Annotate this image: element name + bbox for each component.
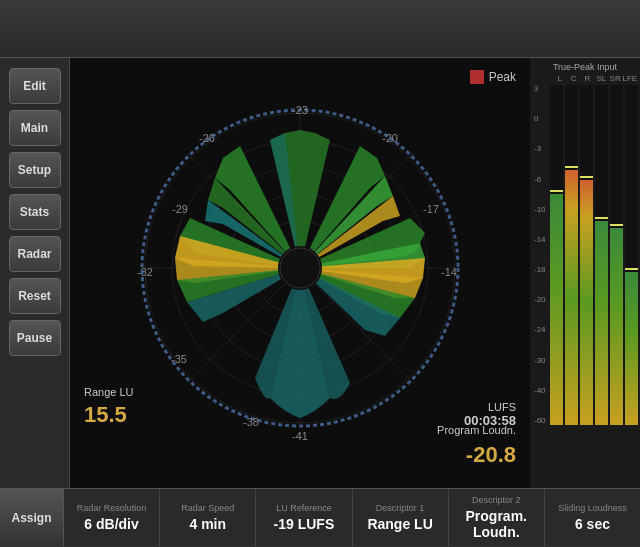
vu-channel-label-lfe: LFE	[622, 74, 635, 83]
lu-reference-value: -19 LUFS	[274, 516, 335, 532]
vu-title: True-Peak Input	[534, 62, 636, 72]
descriptor-2-label: Descriptor 2	[472, 495, 521, 505]
radar-speed-value: 4 min	[189, 516, 226, 532]
vu-meters: True-Peak Input LCRSLSRLFE 30-3-6-10-14-…	[530, 58, 640, 488]
setup-button[interactable]: Setup	[9, 152, 61, 188]
range-lu-label: Range LU	[84, 386, 134, 398]
vu-channel-label-r: R	[581, 74, 594, 83]
bottom-bar: Assign Radar Resolution6 dB/divRadar Spe…	[0, 488, 640, 546]
main-layout: EditMainSetupStatsRadarResetPause	[0, 58, 640, 488]
vu-scale-label: 0	[534, 115, 546, 123]
sliding-loudness[interactable]: Sliding Loudness6 sec	[545, 489, 640, 546]
lufs-text: LUFS	[464, 401, 516, 413]
vu-channel-label-sl: SL	[595, 74, 608, 83]
svg-text:-14: -14	[441, 266, 457, 278]
vu-channel-label-sr: SR	[609, 74, 622, 83]
stats-button[interactable]: Stats	[9, 194, 61, 230]
vu-channel-label-l: L	[553, 74, 566, 83]
program-value: -20.8	[466, 442, 516, 468]
vu-scale-label: -24	[534, 326, 546, 334]
vu-scale-label: -3	[534, 145, 546, 153]
vu-scale-label: -20	[534, 296, 546, 304]
peak-box	[470, 70, 484, 84]
svg-point-12	[280, 248, 320, 288]
vu-bar-sl	[595, 85, 608, 425]
radar-button[interactable]: Radar	[9, 236, 61, 272]
radar-resolution[interactable]: Radar Resolution6 dB/div	[64, 489, 160, 546]
range-display: 15.5	[84, 402, 127, 428]
lu-reference-label: LU Reference	[276, 503, 332, 513]
svg-text:-23: -23	[292, 104, 308, 116]
svg-text:-41: -41	[292, 430, 308, 442]
assign-button[interactable]: Assign	[0, 489, 64, 546]
descriptor-1-label: Descriptor 1	[376, 503, 425, 513]
range-label-text: Range LU	[84, 386, 134, 398]
radar-display: -23 -20 -26 -17 -29 -14 -32 -35 -38 -41 …	[70, 58, 530, 488]
sidebar: EditMainSetupStatsRadarResetPause	[0, 58, 70, 488]
pause-button[interactable]: Pause	[9, 320, 61, 356]
vu-scale-label: -40	[534, 387, 546, 395]
vu-scale-label: -6	[534, 176, 546, 184]
range-value: 15.5	[84, 402, 127, 428]
program-label: Program Loudn.	[437, 424, 516, 436]
peak-indicator: Peak	[470, 70, 516, 84]
descriptor-2-value: Program. Loudn.	[451, 508, 542, 540]
sliding-loudness-label: Sliding Loudness	[558, 503, 627, 513]
top-bar	[0, 0, 640, 58]
svg-text:-32: -32	[137, 266, 153, 278]
radar-speed[interactable]: Radar Speed4 min	[160, 489, 256, 546]
edit-button[interactable]: Edit	[9, 68, 61, 104]
vu-scale-label: -10	[534, 206, 546, 214]
vu-scale-label: -18	[534, 266, 546, 274]
vu-bar-c	[565, 85, 578, 425]
vu-bar-l	[550, 85, 563, 425]
vu-bars-area	[550, 85, 638, 425]
descriptor-1-value: Range LU	[367, 516, 432, 532]
radar-speed-label: Radar Speed	[181, 503, 234, 513]
svg-text:-29: -29	[172, 203, 188, 215]
reset-button[interactable]: Reset	[9, 278, 61, 314]
vu-scale-label: -30	[534, 357, 546, 365]
sliding-loudness-value: 6 sec	[575, 516, 610, 532]
vu-scale-label: 3	[534, 85, 546, 93]
vu-scale: 30-3-6-10-14-18-20-24-30-40-60	[534, 85, 546, 425]
vu-bar-lfe	[625, 85, 638, 425]
radar-resolution-value: 6 dB/div	[84, 516, 138, 532]
vu-channel-labels: LCRSLSRLFE	[534, 74, 636, 83]
descriptor-1[interactable]: Descriptor 1Range LU	[353, 489, 449, 546]
lu-reference[interactable]: LU Reference-19 LUFS	[256, 489, 352, 546]
peak-label: Peak	[489, 70, 516, 84]
vu-bar-r	[580, 85, 593, 425]
svg-text:-26: -26	[199, 132, 215, 144]
radar-resolution-label: Radar Resolution	[77, 503, 147, 513]
svg-text:-38: -38	[243, 416, 259, 428]
vu-scale-label: -14	[534, 236, 546, 244]
svg-text:-20: -20	[382, 132, 398, 144]
vu-scale-label: -60	[534, 417, 546, 425]
main-button[interactable]: Main	[9, 110, 61, 146]
svg-text:-35: -35	[171, 353, 187, 365]
descriptor-2[interactable]: Descriptor 2Program. Loudn.	[449, 489, 545, 546]
vu-channel-label-c: C	[567, 74, 580, 83]
svg-text:-17: -17	[423, 203, 439, 215]
vu-bar-sr	[610, 85, 623, 425]
